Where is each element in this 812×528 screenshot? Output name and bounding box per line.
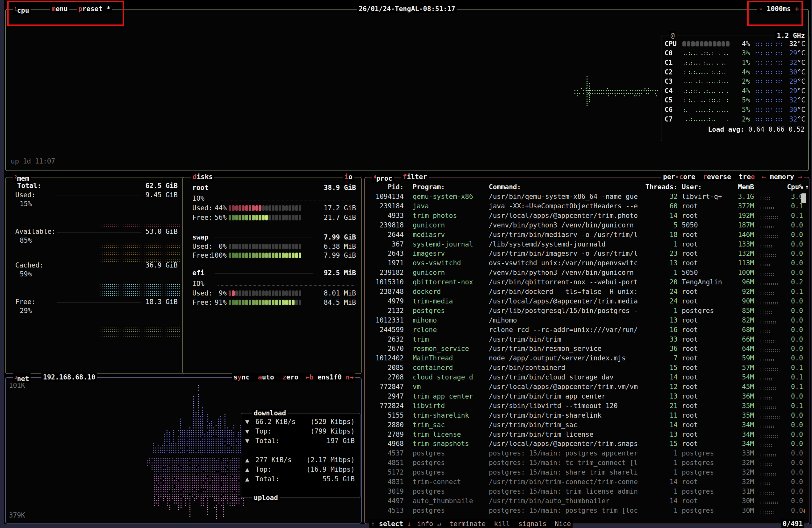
footer-action-signals[interactable]: signals (518, 520, 547, 528)
tree-button[interactable]: tree (739, 173, 755, 181)
process-row[interactable]: 2947trim_app_center/usr/trim/bin/trim_ap… (370, 392, 806, 402)
footer-action-info[interactable]: info ↵ (417, 520, 441, 528)
process-row[interactable]: 239182gunicorn/venv/bin/python3 /venv/bi… (370, 269, 806, 278)
sync-button[interactable]: sync (233, 373, 250, 381)
footer-action-kill[interactable]: kill (494, 520, 510, 528)
core-row: C44%29°C (662, 86, 809, 96)
disks-stats: root38.9 GiBIO%Used:44%17.2 GiBFree:56%2… (183, 178, 361, 373)
process-row[interactable]: 1094134qemu-system-x86/usr/bin/qemu-syst… (370, 193, 806, 202)
process-row[interactable]: 2085containerd/usr/bin/containerd15root5… (370, 364, 806, 373)
core-temp-graph (754, 88, 788, 94)
mem-total-value: 62.5 GiB (146, 182, 178, 190)
process-row[interactable]: 1012331mihomo/mihomo13root82M0.0 (370, 316, 806, 326)
col-program[interactable]: Program: (413, 183, 487, 191)
per-core-button[interactable]: per-core (663, 173, 695, 181)
filter-button[interactable]: filter (401, 172, 429, 181)
cpu-usage-graph (575, 74, 661, 109)
disk-free-value: 84.5 MiB (324, 299, 356, 306)
scrollbar-thumb[interactable] (801, 193, 806, 203)
process-row[interactable]: 2643imagesrv/usr/trim/bin/imagesrv -o /u… (370, 250, 806, 259)
net-stat-row: ▲Top:(16.9 Mibps) (241, 466, 360, 475)
process-row[interactable]: 1012402MainThreadnode /app/.output/serve… (370, 354, 806, 364)
reverse-button[interactable]: reverse (703, 173, 731, 181)
col-memb[interactable]: MemB (719, 183, 754, 191)
process-mem-graph (759, 454, 777, 456)
tab-proc[interactable]: 4proc (372, 172, 394, 183)
cpu-total-meter (682, 41, 730, 46)
mem-section-label: Used: (15, 191, 35, 199)
scroll-down-icon[interactable]: ↓ (802, 507, 806, 514)
process-row[interactable]: 239184javajava -XX:+UseCompactObjectHead… (370, 202, 806, 212)
disk-used-value: 17.2 GiB (324, 204, 356, 212)
core-row: C72%32°C (662, 115, 809, 124)
net-stat-row: ▼Top:(799 Kibps) (241, 427, 360, 437)
clock-symbol: @ (669, 31, 676, 40)
process-row[interactable]: 4933trim-photos/usr/local/apps/@appcente… (370, 212, 806, 221)
footer-action-terminate[interactable]: terminate (449, 520, 485, 528)
disk-meter (229, 300, 302, 305)
col-threads[interactable]: Threads: (639, 183, 678, 191)
process-row[interactable]: 4513postgrespostgres: 15/main: postgres … (370, 507, 806, 516)
memory-panel: 2mem Total:62.5 GiBUsed:9.45 GiB15%Avail… (5, 177, 184, 374)
process-row[interactable]: 239818gunicorn/venv/bin/python3 /venv/bi… (370, 221, 806, 231)
auto-button[interactable]: auto (258, 373, 274, 381)
col-command[interactable]: Command: (489, 183, 638, 191)
process-mem-graph (759, 340, 775, 343)
mem-usage-graph (98, 334, 180, 337)
footer-action-nice[interactable]: Nice (555, 520, 571, 528)
sort-right-arrow[interactable]: → (798, 173, 802, 181)
sort-direction-icon: ↑ (805, 183, 809, 191)
sort-column-label[interactable]: memory (770, 173, 794, 181)
process-mem-graph (759, 292, 774, 295)
process-row[interactable]: 772824libvirtd/usr/sbin/libvirtd --timeo… (370, 402, 806, 411)
mem-usage-graph (98, 250, 180, 255)
sort-left-arrow[interactable]: ← (762, 173, 766, 181)
disk-size: 7.99 GiB (324, 233, 356, 241)
process-mem-graph (759, 387, 777, 390)
select-up-icon[interactable]: ↑ (371, 520, 375, 528)
prev-interface-button[interactable]: ←b (305, 373, 313, 381)
select-button[interactable]: select (379, 520, 403, 528)
col-pid[interactable]: Pid: (370, 183, 404, 191)
col-cpu[interactable]: Cpu% (780, 183, 803, 191)
process-row[interactable]: 2670resmon_service/usr/trim/bin/resmon_s… (370, 345, 806, 354)
mem-section-percent: 59% (20, 270, 32, 278)
process-row[interactable]: 244599rclonerclone rcd --rc-addr=unix://… (370, 326, 806, 335)
net-stat-row: ▼66.2 KiB/s(529 Kibps) (241, 418, 360, 427)
next-interface-button[interactable]: n→ (346, 373, 354, 381)
process-row[interactable]: 1015310qbittorrent-nox/usr/bin/qbittorre… (370, 278, 806, 288)
mem-usage-graph (98, 291, 180, 296)
process-row[interactable]: 238748dockerd/usr/bin/dockerd --tls=fals… (370, 288, 806, 297)
process-row[interactable]: 4831trim-connect/usr/trim/bin/trim-conne… (370, 478, 806, 487)
mem-usage-graph (98, 327, 180, 332)
process-row[interactable]: 367systemd-journal/lib/systemd/systemd-j… (370, 240, 806, 250)
process-row[interactable]: 2789trim_license/usr/trim/bin/trim_licen… (370, 431, 806, 440)
process-row[interactable]: 3019postgrespostgres: 15/main: trim_lice… (370, 487, 806, 497)
process-row[interactable]: 4968trim-snapshots/usr/local/apps/@appce… (370, 440, 806, 450)
process-row[interactable]: 4851postgrespostgres: 15/main: tc trim_c… (370, 459, 806, 469)
process-row[interactable]: 2880trim_sac/usr/trim/bin/trim_sac14root… (370, 421, 806, 431)
process-row[interactable]: 2644mediasrv/usr/trim/bin/mediasrv -o /u… (370, 231, 806, 240)
zero-button[interactable]: zero (282, 373, 299, 381)
proc-footer: ↑ select ↓info ↵terminatekillsignalsNice (369, 519, 572, 528)
disk-meter (229, 244, 302, 250)
process-row[interactable]: 4497auto_thumbnaile/usr/trim/bin/auto_th… (370, 497, 806, 507)
core-usage-sparkline (682, 59, 730, 66)
process-row[interactable]: 5155trim-sharelink/usr/trim/bin/trim-sha… (370, 411, 806, 421)
process-row[interactable]: 4537postgrespostgres: 15/main: postgres … (370, 450, 806, 459)
process-row[interactable]: 4979trim-media/usr/local/apps/@appcenter… (370, 297, 806, 307)
process-row[interactable]: 2632trim/usr/trim/bin/trim33root66M0.0 (370, 335, 806, 345)
process-mem-graph (759, 368, 778, 371)
process-row[interactable]: 2708cloud_storage_d/usr/trim/bin/cloud_s… (370, 373, 806, 383)
select-down-icon[interactable]: ↓ (407, 520, 411, 528)
process-row[interactable]: 1971ovs-vswitchdovs-vswitchd unix:/var/r… (370, 259, 806, 269)
process-mem-graph (759, 359, 774, 361)
core-usage-sparkline (682, 96, 730, 104)
process-row[interactable]: 5172postgrespostgres: 15/main: share tri… (370, 469, 806, 478)
process-row[interactable]: 772847vm/usr/local/apps/@appcenter/trim.… (370, 383, 806, 392)
mem-section-percent: 29% (20, 307, 32, 315)
process-counter: 0/491 (781, 519, 804, 528)
cpu-core-stats-panel: @ 1.2 GHz CPU4%32°CC03%29°CC11%32°CC24%3… (661, 36, 810, 141)
disk-name: swap (192, 233, 208, 241)
process-row[interactable]: 2132postgres/usr/lib/postgresql/15/bin/p… (370, 307, 806, 316)
